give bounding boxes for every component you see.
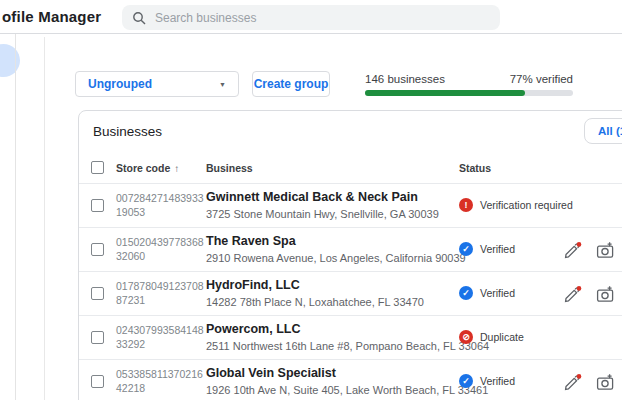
camera-add-icon xyxy=(596,373,615,392)
chevron-down-icon: ▼ xyxy=(219,81,226,88)
verified-progress-bar xyxy=(365,90,573,96)
sort-ascending-icon[interactable]: ↑ xyxy=(174,163,179,174)
add-photo-button[interactable] xyxy=(596,373,615,392)
left-rail-divider xyxy=(15,34,16,400)
status-badge-wrap: ⊘ Duplicate xyxy=(459,330,524,344)
content-left-border xyxy=(44,37,45,400)
businesses-panel: Businesses All (146) Store code↑ Busines… xyxy=(78,110,622,400)
profile-manager-page: ofile Manager Search businesses Ungroupe… xyxy=(0,0,622,400)
status-badge-wrap: ✓ Verified xyxy=(459,374,515,388)
business-address: 2511 Northwest 16th Lane #8, Pompano Bea… xyxy=(206,340,489,352)
pencil-icon xyxy=(563,241,582,260)
row-actions xyxy=(563,285,615,304)
notification-dot-icon xyxy=(577,286,582,291)
pencil-icon xyxy=(563,373,582,392)
column-header-business[interactable]: Business xyxy=(206,162,253,174)
business-name: HydroFind, LLC xyxy=(206,278,300,292)
nav-avatar-circle[interactable] xyxy=(0,44,20,77)
add-photo-button[interactable] xyxy=(596,241,615,260)
status-label: Verified xyxy=(480,375,515,387)
status-badge-wrap: ! Verification required xyxy=(459,198,573,212)
business-address: 1926 10th Ave N, Suite 405, Lake Worth B… xyxy=(206,384,488,396)
search-input[interactable]: Search businesses xyxy=(122,5,500,30)
store-code: 05338581137021642218 xyxy=(116,367,204,395)
row-checkbox[interactable] xyxy=(91,331,104,344)
notification-dot-icon xyxy=(577,242,582,247)
add-photo-button[interactable] xyxy=(596,285,615,304)
table-row[interactable]: 00728427148393319053 Gwinnett Medical Ba… xyxy=(79,184,622,228)
panel-title: Businesses xyxy=(93,124,162,139)
business-name: The Raven Spa xyxy=(206,234,296,248)
store-code: 02430799358414833292 xyxy=(116,323,204,351)
top-bar: ofile Manager Search businesses xyxy=(0,0,622,34)
select-all-checkbox[interactable] xyxy=(91,161,104,174)
business-table-body: 00728427148393319053 Gwinnett Medical Ba… xyxy=(79,184,622,400)
edit-pencil-button[interactable] xyxy=(563,285,582,304)
row-checkbox[interactable] xyxy=(91,375,104,388)
edit-pencil-button[interactable] xyxy=(563,373,582,392)
status-icon: ! xyxy=(459,198,473,212)
notification-dot-icon xyxy=(577,374,582,379)
store-code: 00728427148393319053 xyxy=(116,191,204,219)
verification-stats: 146 businesses 77% verified xyxy=(365,73,573,85)
group-selector-dropdown[interactable]: Ungrouped ▼ xyxy=(75,71,239,97)
status-badge-wrap: ✓ Verified xyxy=(459,286,515,300)
pencil-icon xyxy=(563,285,582,304)
status-icon: ✓ xyxy=(459,374,473,388)
status-label: Duplicate xyxy=(480,331,524,343)
verified-percent-label: 77% verified xyxy=(510,73,573,85)
camera-add-icon xyxy=(596,241,615,260)
group-selector-value: Ungrouped xyxy=(88,77,152,91)
column-header-store-code[interactable]: Store code↑ xyxy=(116,162,179,174)
business-name: Gwinnett Medical Back & Neck Pain xyxy=(206,190,418,204)
filter-all-button[interactable]: All (146) xyxy=(584,118,622,144)
status-label: Verified xyxy=(480,243,515,255)
verified-progress-fill xyxy=(365,90,525,96)
store-code: 01787804912370887231 xyxy=(116,279,204,307)
search-icon xyxy=(132,11,146,25)
row-actions xyxy=(563,241,615,260)
business-address: 3725 Stone Mountain Hwy, Snellville, GA … xyxy=(206,208,439,220)
business-name: Global Vein Specialist xyxy=(206,366,336,380)
status-badge-wrap: ✓ Verified xyxy=(459,242,515,256)
column-header-status[interactable]: Status xyxy=(459,162,491,174)
create-group-button[interactable]: Create group xyxy=(252,71,330,97)
table-row[interactable]: 01502043977836832060 The Raven Spa 2910 … xyxy=(79,228,622,272)
status-icon: ✓ xyxy=(459,242,473,256)
app-title: ofile Manager xyxy=(2,8,101,25)
table-row[interactable]: 05338581137021642218 Global Vein Special… xyxy=(79,360,622,400)
edit-pencil-button[interactable] xyxy=(563,241,582,260)
status-icon: ⊘ xyxy=(459,330,473,344)
table-row[interactable]: 01787804912370887231 HydroFind, LLC 1428… xyxy=(79,272,622,316)
row-checkbox[interactable] xyxy=(91,199,104,212)
status-label: Verification required xyxy=(480,199,573,211)
business-address: 14282 78th Place N, Loxahatchee, FL 3347… xyxy=(206,296,424,308)
row-checkbox[interactable] xyxy=(91,243,104,256)
row-actions xyxy=(563,373,615,392)
business-address: 2910 Rowena Avenue, Los Angeles, Califor… xyxy=(206,252,466,264)
camera-add-icon xyxy=(596,285,615,304)
row-checkbox[interactable] xyxy=(91,287,104,300)
business-name: Powercom, LLC xyxy=(206,322,300,336)
table-row[interactable]: 02430799358414833292 Powercom, LLC 2511 … xyxy=(79,316,622,360)
search-placeholder: Search businesses xyxy=(155,11,256,25)
table-header-row: Store code↑ Business Status xyxy=(79,151,622,184)
status-label: Verified xyxy=(480,287,515,299)
status-icon: ✓ xyxy=(459,286,473,300)
store-code: 01502043977836832060 xyxy=(116,235,204,263)
businesses-count-label: 146 businesses xyxy=(365,73,445,85)
